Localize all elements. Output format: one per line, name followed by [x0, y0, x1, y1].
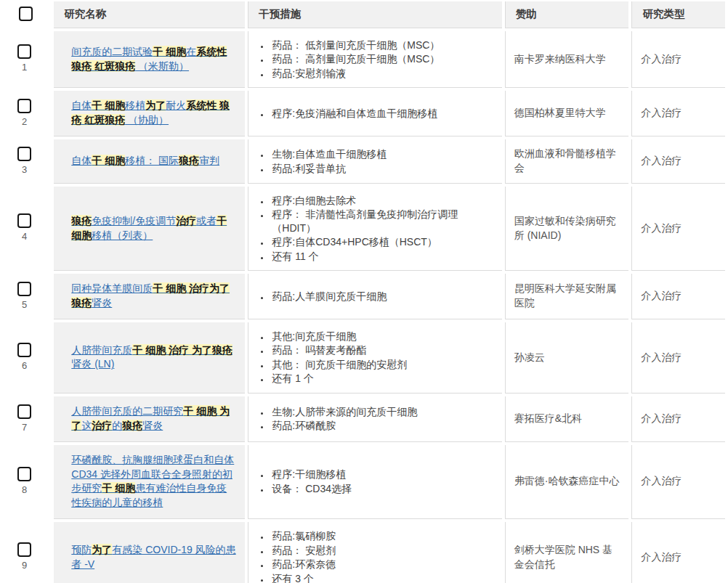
study-title-link[interactable]: 同种异体羊膜间质干 细胞 治疗为了 狼疮肾炎: [71, 282, 230, 309]
column-header-sponsor: 赞助: [505, 1, 629, 28]
row-number: 9: [22, 559, 27, 572]
interventions-cell: 药品:氯硝柳胺药品： 安慰剂药品:环索奈德还有 3 个: [248, 522, 501, 583]
table-row: 2 自体干 细胞移植为了耐火系统性 狼疮 红斑狼疮 （协助） 程序:免疫消融和自…: [3, 91, 725, 136]
interventions-cell: 其他:间充质干细胞药品： 吗替麦考酚酯其他： 间充质干细胞的安慰剂还有 1 个: [248, 322, 501, 394]
study-title-cell: 自体干 细胞移植为了耐火系统性 狼疮 红斑狼疮 （协助）: [54, 91, 245, 136]
intervention-item: 药品:人羊膜间充质干细胞: [270, 290, 494, 303]
sponsor-cell: 国家过敏和传染病研究所 (NIAID): [505, 187, 629, 271]
row-checkbox[interactable]: [17, 467, 31, 481]
intervention-item: 其他： 间充质干细胞的安慰剂: [270, 358, 494, 371]
intervention-item: 生物:自体造血干细胞移植: [270, 147, 494, 160]
row-number: 3: [22, 163, 27, 176]
row-checkbox[interactable]: [17, 99, 31, 113]
title-segment: 这: [81, 420, 92, 431]
study-title-link[interactable]: 环磷酰胺、抗胸腺细胞球蛋白和自体 CD34 选择外周血联合全身照射的初步研究干 …: [71, 454, 234, 509]
row-checkbox[interactable]: [17, 44, 31, 59]
intervention-item: 药品： 吗替麦考酚酯: [270, 343, 494, 356]
title-segment: （米斯勒）: [135, 60, 189, 72]
interventions-list: 生物:自体造血干细胞移植药品:利妥昔单抗: [254, 147, 494, 175]
title-segment: 移植: [125, 99, 145, 111]
row-number: 6: [22, 359, 27, 372]
highlighted-term: 干 细胞: [102, 482, 135, 494]
study-title-cell: 人脐带间充质的二期研究干 细胞 为了这治疗的狼疮肾炎: [54, 396, 245, 442]
highlighted-term: 治疗: [176, 215, 196, 227]
row-number: 7: [22, 421, 27, 434]
study-type-cell: 介入治疗: [631, 31, 725, 88]
study-title-link[interactable]: 预防为了有感染 COVID-19 风险的患者 -V: [71, 544, 235, 570]
intervention-item: 程序:免疫消融和自体造血干细胞移植: [270, 107, 494, 120]
column-header-interventions: 干预措施: [248, 1, 501, 28]
row-checkbox[interactable]: [17, 542, 31, 557]
highlighted-term: 狼疮: [122, 420, 142, 431]
highlighted-term: 治疗: [92, 420, 112, 431]
table-row: 4 狼疮免疫抑制/免疫调节治疗或者干 细胞移植（列表） 程序:白细胞去除术程序：…: [3, 187, 725, 271]
row-select-cell: 3: [3, 139, 51, 184]
row-select-cell: 8: [3, 445, 51, 520]
study-title-cell: 自体干 细胞移植： 国际狼疮审判: [54, 139, 245, 184]
select-all-checkbox[interactable]: [19, 7, 33, 21]
study-type-cell: 介入治疗: [631, 274, 725, 319]
study-title-link[interactable]: 自体干 细胞移植为了耐火系统性 狼疮 红斑狼疮 （协助）: [71, 99, 230, 126]
interventions-list: 程序:干细胞移植设备： CD34选择: [254, 468, 494, 495]
interventions-list: 药品： 低剂量间充质干细胞（MSC）药品： 高剂量间充质干细胞（MSC）药品:安…: [254, 38, 494, 80]
table-row: 1 间充质的二期试验干 细胞在系统性 狼疮 红斑狼疮 （米斯勒） 药品： 低剂量…: [3, 31, 725, 88]
row-checkbox[interactable]: [17, 213, 31, 228]
highlighted-term: 干 细胞: [92, 155, 125, 166]
row-checkbox[interactable]: [17, 343, 31, 357]
select-all-cell: [3, 1, 51, 28]
intervention-item: 程序:白细胞去除术: [270, 194, 494, 207]
intervention-item: 药品:安慰剂输液: [270, 67, 494, 80]
intervention-item: 设备： CD34选择: [270, 482, 494, 495]
table-row: 8 环磷酰胺、抗胸腺细胞球蛋白和自体 CD34 选择外周血联合全身照射的初步研究…: [3, 445, 725, 520]
title-segment: 预防: [71, 544, 92, 555]
sponsor-cell: 剑桥大学医院 NHS 基金会信托: [505, 522, 629, 583]
row-select-cell: 7: [3, 396, 51, 442]
interventions-list: 程序:白细胞去除术程序： 非清髓性高剂量免疫抑制治疗调理（HDIT）程序:自体C…: [254, 194, 494, 263]
study-title-link[interactable]: 自体干 细胞移植： 国际狼疮审判: [71, 155, 219, 166]
interventions-list: 程序:免疫消融和自体造血干细胞移植: [254, 107, 494, 120]
row-number: 1: [22, 61, 27, 74]
study-title-link[interactable]: 间充质的二期试验干 细胞在系统性 狼疮 红斑狼疮 （米斯勒）: [71, 46, 227, 72]
title-segment: 肾炎: [92, 297, 112, 309]
highlighted-term: 干 细胞: [92, 99, 125, 111]
sponsor-cell: 孙凌云: [505, 322, 629, 394]
study-title-cell: 人脐带间充质干 细胞 治疗 为了狼疮肾炎 (LN): [54, 322, 245, 394]
intervention-item: 程序： 非清髓性高剂量免疫抑制治疗调理（HDIT）: [270, 208, 494, 235]
title-segment: 移植： 国际: [125, 155, 179, 166]
title-segment: 自体: [71, 155, 92, 166]
title-segment: 耐火: [166, 99, 186, 111]
intervention-item: 程序:自体CD34+HPC移植（HSCT）: [270, 235, 494, 248]
row-checkbox[interactable]: [17, 147, 31, 161]
study-title-cell: 环磷酰胺、抗胸腺细胞球蛋白和自体 CD34 选择外周血联合全身照射的初步研究干 …: [54, 445, 245, 520]
row-checkbox[interactable]: [17, 282, 31, 296]
row-select-cell: 1: [3, 31, 51, 88]
title-segment: 自体: [71, 99, 92, 111]
study-type-cell: 介入治疗: [631, 322, 725, 394]
row-select-cell: 2: [3, 91, 51, 136]
row-checkbox[interactable]: [17, 404, 31, 419]
study-title-link[interactable]: 人脐带间充质的二期研究干 细胞 为了这治疗的狼疮肾炎: [71, 405, 230, 431]
row-number: 2: [22, 115, 27, 129]
title-segment: 审判: [199, 155, 219, 166]
highlighted-term: 狼疮: [212, 344, 232, 356]
study-title-cell: 预防为了有感染 COVID-19 风险的患者 -V: [54, 522, 245, 583]
row-number: 4: [22, 230, 27, 243]
highlighted-term: 为了: [92, 544, 112, 555]
intervention-item: 药品： 高剂量间充质干细胞（MSC）: [270, 52, 494, 65]
highlighted-term: 为了: [145, 99, 166, 111]
intervention-item: 药品:环磷酰胺: [270, 419, 494, 432]
study-title-link[interactable]: 人脐带间充质干 细胞 治疗 为了狼疮肾炎 (LN): [71, 344, 232, 370]
interventions-cell: 药品:人羊膜间充质干细胞: [248, 274, 501, 319]
title-segment: 移植（列表）: [92, 229, 153, 241]
intervention-item: 生物:人脐带来源的间充质干细胞: [270, 405, 494, 418]
intervention-item: 还有 3 个: [270, 572, 494, 583]
study-type-cell: 介入治疗: [631, 396, 725, 442]
title-segment: 免疫抑制/免疫调节: [92, 215, 176, 227]
study-title-link[interactable]: 狼疮免疫抑制/免疫调节治疗或者干 细胞移植（列表）: [71, 215, 227, 241]
table-row: 6 人脐带间充质干 细胞 治疗 为了狼疮肾炎 (LN) 其他:间充质干细胞药品：…: [3, 322, 725, 394]
highlighted-term: 干 细胞: [153, 46, 186, 57]
intervention-item: 药品： 安慰剂: [270, 544, 494, 557]
study-type-cell: 介入治疗: [631, 187, 725, 271]
interventions-list: 其他:间充质干细胞药品： 吗替麦考酚酯其他： 间充质干细胞的安慰剂还有 1 个: [254, 330, 494, 386]
interventions-list: 药品:氯硝柳胺药品： 安慰剂药品:环索奈德还有 3 个: [254, 529, 494, 583]
